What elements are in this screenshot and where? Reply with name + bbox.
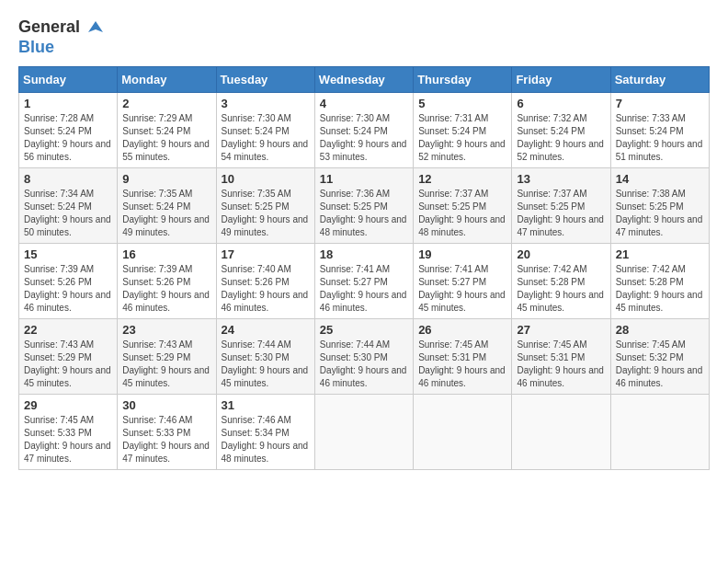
day-info: Sunrise: 7:29 AMSunset: 5:24 PMDaylight:… (122, 112, 210, 164)
day-cell: 19Sunrise: 7:41 AMSunset: 5:27 PMDayligh… (414, 243, 512, 318)
day-info: Sunrise: 7:41 AMSunset: 5:27 PMDaylight:… (418, 263, 506, 315)
day-number: 18 (320, 247, 408, 261)
day-number: 14 (616, 172, 704, 186)
day-number: 21 (616, 247, 704, 261)
day-cell: 18Sunrise: 7:41 AMSunset: 5:27 PMDayligh… (314, 243, 413, 318)
day-cell: 28Sunrise: 7:45 AMSunset: 5:32 PMDayligh… (610, 318, 709, 394)
day-info: Sunrise: 7:39 AMSunset: 5:26 PMDaylight:… (24, 263, 112, 315)
day-number: 10 (222, 172, 310, 186)
day-info: Sunrise: 7:45 AMSunset: 5:31 PMDaylight:… (517, 339, 605, 390)
calendar-header: SundayMondayTuesdayWednesdayThursdayFrid… (19, 66, 710, 92)
day-number: 27 (517, 323, 605, 337)
day-info: Sunrise: 7:44 AMSunset: 5:30 PMDaylight:… (222, 339, 310, 390)
day-cell: 8Sunrise: 7:34 AMSunset: 5:24 PMDaylight… (19, 167, 118, 243)
day-number: 26 (418, 323, 506, 337)
day-cell (414, 394, 512, 469)
day-cell: 7Sunrise: 7:33 AMSunset: 5:24 PMDaylight… (610, 92, 709, 167)
day-info: Sunrise: 7:42 AMSunset: 5:28 PMDaylight:… (517, 263, 605, 315)
day-cell: 6Sunrise: 7:32 AMSunset: 5:24 PMDaylight… (512, 92, 610, 167)
day-cell: 26Sunrise: 7:45 AMSunset: 5:31 PMDayligh… (414, 318, 512, 394)
day-cell: 5Sunrise: 7:31 AMSunset: 5:24 PMDaylight… (414, 92, 512, 167)
week-row-1: 1Sunrise: 7:28 AMSunset: 5:24 PMDaylight… (19, 92, 710, 167)
day-cell: 14Sunrise: 7:38 AMSunset: 5:25 PMDayligh… (610, 167, 709, 243)
day-info: Sunrise: 7:39 AMSunset: 5:26 PMDaylight:… (122, 263, 210, 315)
day-cell: 9Sunrise: 7:35 AMSunset: 5:24 PMDaylight… (118, 167, 216, 243)
day-info: Sunrise: 7:46 AMSunset: 5:34 PMDaylight:… (222, 414, 310, 465)
day-number: 22 (24, 323, 112, 337)
day-number: 17 (222, 247, 310, 261)
day-number: 4 (320, 97, 408, 110)
calendar: SundayMondayTuesdayWednesdayThursdayFrid… (18, 66, 710, 470)
day-info: Sunrise: 7:32 AMSunset: 5:24 PMDaylight:… (517, 112, 605, 164)
day-cell: 21Sunrise: 7:42 AMSunset: 5:28 PMDayligh… (610, 243, 709, 318)
day-cell (314, 394, 413, 469)
day-cell: 2Sunrise: 7:29 AMSunset: 5:24 PMDaylight… (118, 92, 216, 167)
week-row-5: 29Sunrise: 7:45 AMSunset: 5:33 PMDayligh… (19, 394, 710, 469)
day-info: Sunrise: 7:41 AMSunset: 5:27 PMDaylight:… (320, 263, 408, 315)
day-number: 13 (517, 172, 605, 186)
day-info: Sunrise: 7:45 AMSunset: 5:31 PMDaylight:… (418, 339, 506, 390)
day-cell: 27Sunrise: 7:45 AMSunset: 5:31 PMDayligh… (512, 318, 610, 394)
day-cell: 24Sunrise: 7:44 AMSunset: 5:30 PMDayligh… (216, 318, 314, 394)
day-number: 11 (320, 172, 408, 186)
day-info: Sunrise: 7:44 AMSunset: 5:30 PMDaylight:… (320, 339, 408, 390)
day-number: 24 (222, 323, 310, 337)
day-number: 2 (122, 97, 210, 110)
weekday-header-friday: Friday (512, 66, 610, 92)
weekday-header-monday: Monday (118, 66, 216, 92)
weekday-header-saturday: Saturday (610, 66, 709, 92)
day-cell: 31Sunrise: 7:46 AMSunset: 5:34 PMDayligh… (216, 394, 314, 469)
day-info: Sunrise: 7:38 AMSunset: 5:25 PMDaylight:… (616, 188, 704, 239)
logo-blue: Blue (18, 38, 54, 56)
day-cell: 25Sunrise: 7:44 AMSunset: 5:30 PMDayligh… (314, 318, 413, 394)
day-info: Sunrise: 7:40 AMSunset: 5:26 PMDaylight:… (222, 263, 310, 315)
day-number: 3 (222, 97, 310, 110)
day-number: 16 (122, 247, 210, 261)
day-number: 6 (517, 97, 605, 110)
day-number: 25 (320, 323, 408, 337)
day-number: 7 (616, 97, 704, 110)
calendar-body: 1Sunrise: 7:28 AMSunset: 5:24 PMDaylight… (19, 92, 710, 469)
day-cell: 3Sunrise: 7:30 AMSunset: 5:24 PMDaylight… (216, 92, 314, 167)
day-info: Sunrise: 7:35 AMSunset: 5:25 PMDaylight:… (222, 188, 310, 239)
weekday-header-wednesday: Wednesday (314, 66, 413, 92)
day-number: 20 (517, 247, 605, 261)
day-cell: 4Sunrise: 7:30 AMSunset: 5:24 PMDaylight… (314, 92, 413, 167)
day-info: Sunrise: 7:37 AMSunset: 5:25 PMDaylight:… (418, 188, 506, 239)
day-number: 9 (122, 172, 210, 186)
day-info: Sunrise: 7:28 AMSunset: 5:24 PMDaylight:… (24, 112, 112, 164)
day-number: 1 (24, 97, 112, 110)
svg-marker-0 (88, 21, 103, 32)
day-cell (512, 394, 610, 469)
day-cell (610, 394, 709, 469)
week-row-4: 22Sunrise: 7:43 AMSunset: 5:29 PMDayligh… (19, 318, 710, 394)
header: General Blue (18, 18, 710, 57)
weekday-header-thursday: Thursday (414, 66, 512, 92)
day-number: 19 (418, 247, 506, 261)
day-number: 29 (24, 398, 112, 412)
logo: General Blue (18, 18, 105, 57)
day-number: 31 (222, 398, 310, 412)
logo-bird-icon (86, 19, 105, 38)
day-info: Sunrise: 7:46 AMSunset: 5:33 PMDaylight:… (122, 414, 210, 465)
weekday-row: SundayMondayTuesdayWednesdayThursdayFrid… (19, 66, 710, 92)
day-cell: 1Sunrise: 7:28 AMSunset: 5:24 PMDaylight… (19, 92, 118, 167)
day-cell: 11Sunrise: 7:36 AMSunset: 5:25 PMDayligh… (314, 167, 413, 243)
day-cell: 17Sunrise: 7:40 AMSunset: 5:26 PMDayligh… (216, 243, 314, 318)
day-number: 8 (24, 172, 112, 186)
day-cell: 15Sunrise: 7:39 AMSunset: 5:26 PMDayligh… (19, 243, 118, 318)
day-cell: 22Sunrise: 7:43 AMSunset: 5:29 PMDayligh… (19, 318, 118, 394)
day-number: 5 (418, 97, 506, 110)
day-cell: 13Sunrise: 7:37 AMSunset: 5:25 PMDayligh… (512, 167, 610, 243)
day-info: Sunrise: 7:45 AMSunset: 5:33 PMDaylight:… (24, 414, 112, 465)
day-info: Sunrise: 7:30 AMSunset: 5:24 PMDaylight:… (222, 112, 310, 164)
weekday-header-sunday: Sunday (19, 66, 118, 92)
day-cell: 23Sunrise: 7:43 AMSunset: 5:29 PMDayligh… (118, 318, 216, 394)
day-info: Sunrise: 7:30 AMSunset: 5:24 PMDaylight:… (320, 112, 408, 164)
day-number: 28 (616, 323, 704, 337)
week-row-3: 15Sunrise: 7:39 AMSunset: 5:26 PMDayligh… (19, 243, 710, 318)
day-cell: 29Sunrise: 7:45 AMSunset: 5:33 PMDayligh… (19, 394, 118, 469)
week-row-2: 8Sunrise: 7:34 AMSunset: 5:24 PMDaylight… (19, 167, 710, 243)
day-info: Sunrise: 7:36 AMSunset: 5:25 PMDaylight:… (320, 188, 408, 239)
day-number: 30 (122, 398, 210, 412)
